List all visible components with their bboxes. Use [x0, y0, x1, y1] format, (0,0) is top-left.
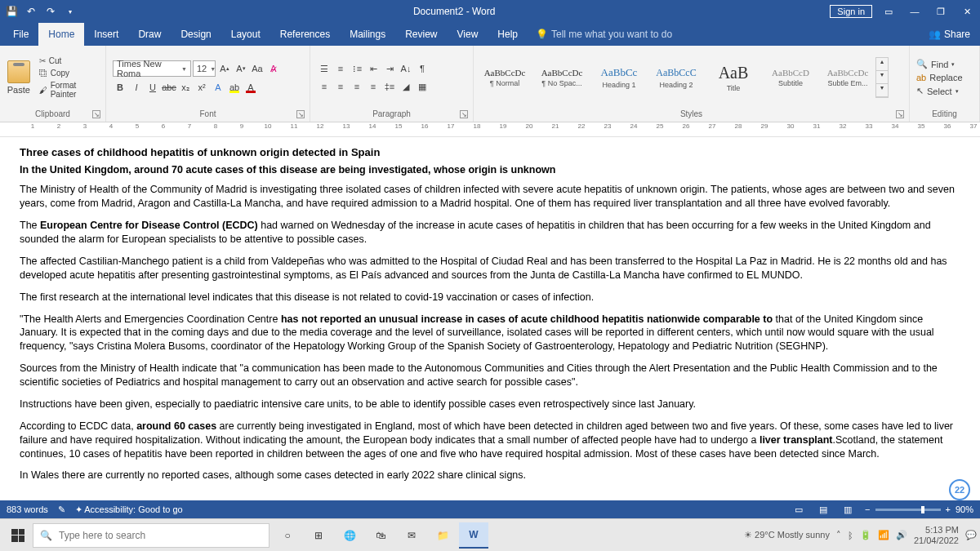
tab-insert[interactable]: Insert [84, 23, 128, 46]
tab-view[interactable]: View [448, 23, 488, 46]
numbering-button[interactable]: ≡ [333, 61, 348, 76]
store-icon[interactable]: 🛍 [366, 522, 395, 549]
cut-button[interactable]: ✂Cut [38, 56, 102, 66]
tab-layout[interactable]: Layout [221, 23, 270, 46]
signin-button[interactable]: Sign in [830, 5, 872, 18]
up-arrow-icon[interactable]: ▴ [876, 58, 888, 71]
tab-references[interactable]: References [270, 23, 340, 46]
taskbar-search[interactable]: 🔍Type here to search [33, 523, 270, 548]
style--normal[interactable]: AaBbCcDc¶ Normal [477, 58, 532, 97]
edge-icon[interactable]: 🌐 [335, 522, 364, 549]
accessibility-status[interactable]: ✦ Accessibility: Good to go [75, 504, 183, 515]
bold-button[interactable]: B [113, 80, 127, 95]
style-title[interactable]: AaBTitle [706, 58, 761, 97]
paste-button[interactable]: Paste [3, 60, 34, 95]
align-left-button[interactable]: ≡ [317, 79, 332, 94]
tab-help[interactable]: Help [488, 23, 528, 46]
superscript-button[interactable]: x² [194, 80, 209, 95]
grow-font-button[interactable]: A▴ [217, 61, 232, 76]
clipboard-dialog-icon[interactable]: ↘ [92, 110, 100, 118]
print-layout-icon[interactable]: ▤ [816, 502, 831, 517]
undo-icon[interactable]: ↶ [23, 3, 39, 20]
mail-icon[interactable]: ✉ [397, 522, 426, 549]
font-name-combo[interactable]: Times New Roma▼ [113, 60, 191, 77]
tab-file[interactable]: File [3, 23, 38, 46]
strike-button[interactable]: abc [162, 80, 176, 95]
zoom-slider[interactable]: − + 90% [865, 504, 973, 514]
web-layout-icon[interactable]: ▥ [840, 502, 855, 517]
styles-scroll[interactable]: ▴▾▾ [875, 57, 889, 98]
ribbon-display-icon[interactable]: ▭ [879, 3, 898, 20]
tell-me-search[interactable]: 💡 Tell me what you want to do [536, 29, 672, 40]
cortana-icon[interactable]: ○ [273, 522, 302, 549]
close-icon[interactable]: ✕ [957, 3, 977, 20]
redo-icon[interactable]: ↷ [42, 3, 59, 20]
zoom-value[interactable]: 90% [956, 504, 973, 514]
save-icon[interactable]: 💾 [3, 3, 20, 20]
italic-button[interactable]: I [129, 80, 144, 95]
highlight-button[interactable]: ab [227, 80, 242, 95]
volume-icon[interactable]: 🔊 [896, 530, 907, 540]
style-subtle-em-[interactable]: AaBbCcDcSubtle Em... [820, 58, 875, 97]
read-mode-icon[interactable]: ▭ [791, 502, 806, 517]
underline-button[interactable]: U [145, 80, 160, 95]
style--no-spac-[interactable]: AaBbCcDc¶ No Spac... [534, 58, 590, 97]
tab-mailings[interactable]: Mailings [340, 23, 395, 46]
shading-button[interactable]: ◢ [399, 79, 413, 94]
shrink-font-button[interactable]: A▾ [234, 61, 248, 76]
tab-draw[interactable]: Draw [128, 23, 171, 46]
document-area[interactable]: Three cases of childhood hepatitis of un… [0, 137, 980, 500]
increase-indent-button[interactable]: ⇥ [382, 61, 397, 76]
weather-widget[interactable]: ☀ 29°C Mostly sunny [744, 530, 830, 540]
proofing-icon[interactable]: ✎ [58, 504, 65, 515]
more-styles-icon[interactable]: ▾ [876, 84, 888, 97]
badge-22[interactable]: 22 [949, 479, 970, 500]
style-subtitle[interactable]: AaBbCcDSubtitle [763, 58, 818, 97]
bluetooth-icon[interactable]: ᛒ [848, 531, 853, 540]
font-color-button[interactable]: A [243, 80, 258, 95]
multilevel-button[interactable]: ⫶≡ [350, 61, 364, 76]
tab-review[interactable]: Review [395, 23, 447, 46]
styles-dialog-icon[interactable]: ↘ [896, 110, 904, 118]
copy-button[interactable]: ⿻Copy [38, 68, 102, 78]
tray-chevron-icon[interactable]: ˄ [836, 530, 841, 540]
word-count[interactable]: 883 words [7, 504, 48, 514]
qat-more[interactable]: ▾ [62, 3, 78, 20]
zoom-out-icon[interactable]: − [865, 504, 870, 514]
align-center-button[interactable]: ≡ [333, 79, 348, 94]
paragraph-dialog-icon[interactable]: ↘ [460, 110, 468, 118]
battery-icon[interactable]: 🔋 [860, 530, 871, 540]
clock[interactable]: 5:13 PM 21/04/2022 [914, 525, 959, 544]
show-marks-button[interactable]: ¶ [415, 61, 430, 76]
font-size-combo[interactable]: 12▼ [193, 60, 216, 77]
text-effects-button[interactable]: A [211, 80, 225, 95]
word-icon[interactable]: W [459, 522, 488, 549]
wifi-icon[interactable]: 📶 [878, 530, 889, 540]
style-heading-2[interactable]: AaBbCcCHeading 2 [648, 58, 704, 97]
explorer-icon[interactable]: 📁 [428, 522, 457, 549]
zoom-track[interactable] [875, 509, 941, 511]
bullets-button[interactable]: ☰ [317, 61, 332, 76]
align-right-button[interactable]: ≡ [350, 79, 364, 94]
zoom-in-icon[interactable]: + [946, 504, 951, 514]
maximize-icon[interactable]: ❐ [931, 3, 951, 20]
tab-home[interactable]: Home [38, 23, 84, 46]
find-button[interactable]: 🔍Find▾ [913, 58, 966, 70]
line-spacing-button[interactable]: ‡≡ [382, 79, 397, 94]
format-painter-button[interactable]: 🖌Format Painter [38, 80, 102, 100]
ruler[interactable]: 1234567891011121314151617181920212223242… [0, 122, 980, 137]
justify-button[interactable]: ≡ [366, 79, 381, 94]
decrease-indent-button[interactable]: ⇤ [366, 61, 381, 76]
select-button[interactable]: ↖Select▾ [913, 85, 966, 97]
clear-format-button[interactable]: A̷ [266, 61, 281, 76]
tab-design[interactable]: Design [171, 23, 220, 46]
subscript-button[interactable]: x₂ [178, 80, 193, 95]
minimize-icon[interactable]: — [905, 3, 924, 20]
notifications-icon[interactable]: 💬 [965, 530, 977, 540]
replace-button[interactable]: abReplace [913, 72, 966, 83]
share-button[interactable]: 👥 Share [922, 29, 977, 40]
style-heading-1[interactable]: AaBbCcHeading 1 [591, 58, 647, 97]
font-dialog-icon[interactable]: ↘ [296, 110, 305, 118]
sort-button[interactable]: A↓ [399, 61, 413, 76]
taskview-icon[interactable]: ⊞ [304, 522, 333, 549]
